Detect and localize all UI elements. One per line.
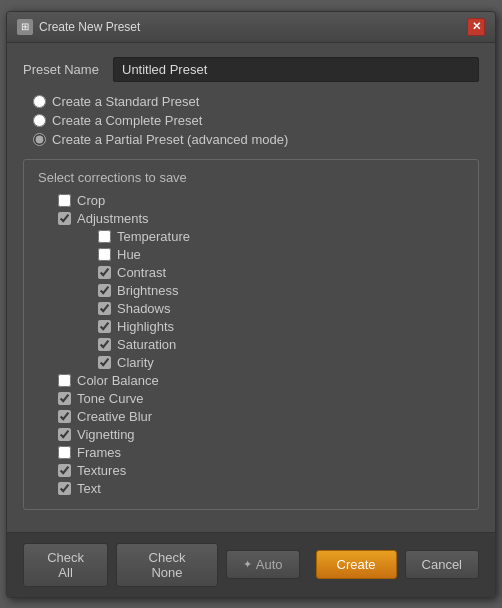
check-row-textures: Textures [38, 463, 464, 478]
dialog-title: Create New Preset [39, 20, 140, 34]
preset-name-row: Preset Name [23, 57, 479, 82]
radio-complete[interactable] [33, 114, 46, 127]
checkbox-creative-blur[interactable] [58, 410, 71, 423]
checkbox-clarity[interactable] [98, 356, 111, 369]
check-all-button[interactable]: Check All [23, 543, 108, 587]
check-row-brightness: Brightness [38, 283, 464, 298]
radio-standard-label[interactable]: Create a Standard Preset [52, 94, 199, 109]
check-row-saturation: Saturation [38, 337, 464, 352]
cancel-button[interactable]: Cancel [405, 550, 479, 579]
auto-button[interactable]: ✦ Auto [226, 550, 300, 579]
checkbox-vignetting[interactable] [58, 428, 71, 441]
checkbox-saturation[interactable] [98, 338, 111, 351]
checkbox-hue[interactable] [98, 248, 111, 261]
check-row-highlights: Highlights [38, 319, 464, 334]
checkbox-adjustments[interactable] [58, 212, 71, 225]
checkbox-textures[interactable] [58, 464, 71, 477]
label-brightness[interactable]: Brightness [117, 283, 178, 298]
checkbox-contrast[interactable] [98, 266, 111, 279]
label-contrast[interactable]: Contrast [117, 265, 166, 280]
radio-partial-label[interactable]: Create a Partial Preset (advanced mode) [52, 132, 288, 147]
auto-label: Auto [256, 557, 283, 572]
label-text[interactable]: Text [77, 481, 101, 496]
create-button[interactable]: Create [316, 550, 397, 579]
check-row-shadows: Shadows [38, 301, 464, 316]
label-vignetting[interactable]: Vignetting [77, 427, 135, 442]
label-saturation[interactable]: Saturation [117, 337, 176, 352]
check-row-clarity: Clarity [38, 355, 464, 370]
radio-standard[interactable] [33, 95, 46, 108]
label-hue[interactable]: Hue [117, 247, 141, 262]
check-row-color-balance: Color Balance [38, 373, 464, 388]
check-row-hue: Hue [38, 247, 464, 262]
check-row-contrast: Contrast [38, 265, 464, 280]
label-frames[interactable]: Frames [77, 445, 121, 460]
check-row-text: Text [38, 481, 464, 496]
title-bar-left: ⊞ Create New Preset [17, 19, 140, 35]
check-row-crop: Crop [38, 193, 464, 208]
title-bar: ⊞ Create New Preset ✕ [7, 12, 495, 43]
checkbox-temperature[interactable] [98, 230, 111, 243]
check-row-creative-blur: Creative Blur [38, 409, 464, 424]
label-temperature[interactable]: Temperature [117, 229, 190, 244]
dialog-body: Preset Name Create a Standard Preset Cre… [7, 43, 495, 532]
label-adjustments[interactable]: Adjustments [77, 211, 149, 226]
checkbox-brightness[interactable] [98, 284, 111, 297]
checkbox-shadows[interactable] [98, 302, 111, 315]
label-textures[interactable]: Textures [77, 463, 126, 478]
radio-row-complete: Create a Complete Preset [23, 113, 479, 128]
radio-row-partial: Create a Partial Preset (advanced mode) [23, 132, 479, 147]
radio-partial[interactable] [33, 133, 46, 146]
check-row-adjustments: Adjustments [38, 211, 464, 226]
corrections-title: Select corrections to save [38, 170, 464, 185]
preset-name-input[interactable] [113, 57, 479, 82]
check-row-frames: Frames [38, 445, 464, 460]
label-highlights[interactable]: Highlights [117, 319, 174, 334]
corrections-box: Select corrections to save Crop Adjustme… [23, 159, 479, 510]
checkbox-color-balance[interactable] [58, 374, 71, 387]
check-row-vignetting: Vignetting [38, 427, 464, 442]
bottom-bar: Check All Check None ✦ Auto Create Cance… [7, 532, 495, 597]
label-clarity[interactable]: Clarity [117, 355, 154, 370]
label-tone-curve[interactable]: Tone Curve [77, 391, 143, 406]
radio-complete-label[interactable]: Create a Complete Preset [52, 113, 202, 128]
checkbox-frames[interactable] [58, 446, 71, 459]
checkbox-highlights[interactable] [98, 320, 111, 333]
check-row-temperature: Temperature [38, 229, 464, 244]
close-button[interactable]: ✕ [467, 18, 485, 36]
checkbox-crop[interactable] [58, 194, 71, 207]
label-crop[interactable]: Crop [77, 193, 105, 208]
radio-group: Create a Standard Preset Create a Comple… [23, 94, 479, 147]
preset-name-label: Preset Name [23, 62, 103, 77]
check-none-button[interactable]: Check None [116, 543, 218, 587]
label-shadows[interactable]: Shadows [117, 301, 170, 316]
check-row-tone-curve: Tone Curve [38, 391, 464, 406]
checkbox-text[interactable] [58, 482, 71, 495]
dialog-icon: ⊞ [17, 19, 33, 35]
label-creative-blur[interactable]: Creative Blur [77, 409, 152, 424]
auto-icon: ✦ [243, 558, 252, 571]
label-color-balance[interactable]: Color Balance [77, 373, 159, 388]
checkbox-tone-curve[interactable] [58, 392, 71, 405]
create-preset-dialog: ⊞ Create New Preset ✕ Preset Name Create… [6, 11, 496, 598]
radio-row-standard: Create a Standard Preset [23, 94, 479, 109]
